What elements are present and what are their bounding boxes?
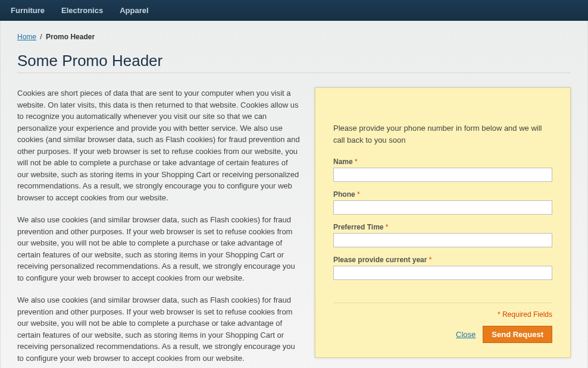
- form-intro-text: Please provide your phone number in form…: [333, 122, 552, 146]
- body-paragraph-2: We also use cookies (and similar browser…: [17, 214, 301, 284]
- field-phone: Phone *: [333, 190, 552, 215]
- required-mark: *: [386, 223, 389, 231]
- body-paragraph-1: Cookies are short pieces of data that ar…: [17, 87, 301, 203]
- preferred-time-input[interactable]: [333, 233, 552, 247]
- title-divider: [17, 73, 571, 73]
- phone-input[interactable]: [333, 200, 552, 215]
- breadcrumb-separator: /: [40, 33, 42, 41]
- close-link[interactable]: Close: [456, 330, 476, 339]
- top-nav: Furniture Electronics Apparel: [0, 0, 588, 21]
- callback-form-panel: Please provide your phone number in form…: [315, 87, 571, 358]
- required-fields-note: * Required Fields: [333, 310, 552, 319]
- label-year: Please provide current year *: [333, 256, 552, 264]
- page-title: Some Promo Header: [17, 52, 571, 70]
- label-preferred-time-text: Preferred Time: [333, 223, 384, 231]
- label-phone: Phone *: [333, 190, 552, 199]
- required-mark: *: [355, 158, 358, 166]
- label-preferred-time: Preferred Time *: [333, 223, 552, 231]
- page-container: Home / Promo Header Some Promo Header Co…: [0, 21, 588, 368]
- breadcrumb-home-link[interactable]: Home: [17, 33, 36, 41]
- label-year-text: Please provide current year: [333, 256, 427, 264]
- body-text-column: Cookies are short pieces of data that ar…: [17, 87, 301, 368]
- year-input[interactable]: [333, 266, 552, 280]
- field-year: Please provide current year *: [333, 256, 552, 280]
- required-mark: *: [357, 190, 360, 199]
- required-mark: *: [429, 256, 432, 264]
- name-input[interactable]: [333, 168, 552, 182]
- field-name: Name *: [333, 158, 552, 182]
- label-name: Name *: [333, 158, 552, 166]
- label-name-text: Name: [333, 158, 353, 166]
- form-actions: Close Send Request: [333, 326, 552, 343]
- label-phone-text: Phone: [333, 190, 355, 199]
- breadcrumb: Home / Promo Header: [17, 33, 571, 41]
- send-request-button[interactable]: Send Request: [483, 326, 552, 343]
- body-paragraph-3: We also use cookies (and similar browser…: [17, 294, 301, 364]
- form-divider: [333, 303, 552, 303]
- field-preferred-time: Preferred Time *: [333, 223, 552, 247]
- nav-link-apparel[interactable]: Apparel: [120, 6, 148, 15]
- breadcrumb-current: Promo Header: [46, 33, 95, 41]
- nav-link-furniture[interactable]: Furniture: [11, 6, 45, 15]
- nav-link-electronics[interactable]: Electronics: [61, 6, 103, 15]
